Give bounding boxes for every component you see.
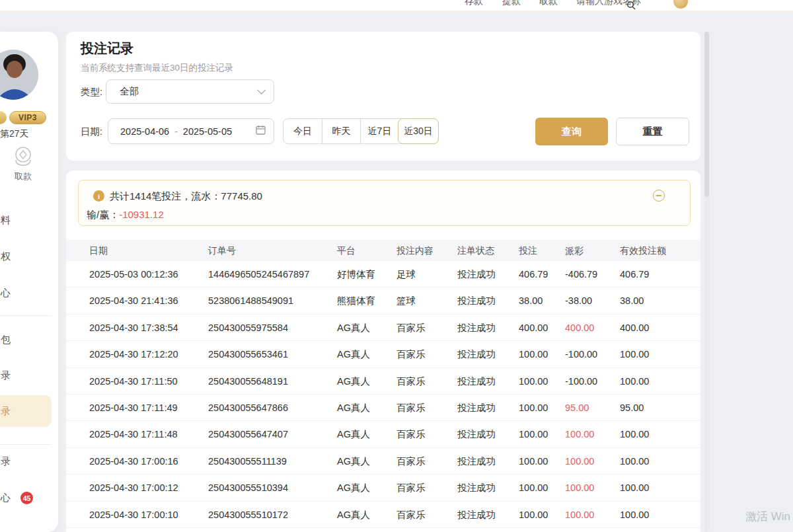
header-date: 日期 [89,240,108,261]
quick-filter-7days[interactable]: 近7日 [360,119,398,143]
top-navigation-bar: 存款 提款 取款 请输入游戏名称 [0,0,793,12]
filter-panel: 投注记录 当前系统支持查询最近30日的投注记录 类型: 全部 日期: 2025-… [66,32,700,161]
collapse-icon[interactable] [653,190,665,202]
cell-valid: 100.00 [620,448,649,475]
header-bet: 投注 [519,240,537,261]
cell-content: 百家乐 [397,315,426,341]
sidebar-item-bet-record-active[interactable]: 录 [0,404,11,418]
quick-filter-today[interactable]: 今日 [283,119,322,143]
scrollbar-track[interactable] [704,32,709,532]
cell-bet: 100.00 [519,421,548,447]
header-valid: 有效投注额 [620,240,666,261]
cell-payout: -38.00 [565,287,592,314]
nav-item-withdraw[interactable]: 提款 [502,0,521,7]
cell-payout: -406.79 [565,261,597,287]
cell-order: 1446496505245467897 [208,261,309,287]
cell-date: 2025-04-30 17:11:50 [89,368,178,395]
scrollbar-thumb[interactable] [704,32,709,197]
cell-status: 投注成功 [457,368,496,395]
cell-date: 2025-04-30 17:38:54 [89,315,178,341]
user-avatar-small[interactable] [673,0,688,9]
date-separator: - [174,126,178,137]
cell-bet: 100.00 [519,475,548,501]
bet-records-panel: i 共计1414笔投注，流水：77745.80 输/赢：-10931.12 日期… [66,171,700,532]
date-range-input[interactable]: 2025-04-06 - 2025-05-05 [108,118,274,144]
withdraw-label[interactable]: 取款 [0,171,46,182]
summary-totals: 共计1414笔投注，流水：77745.80 [110,190,262,203]
header-platform: 平台 [337,240,356,261]
cell-platform: AG真人 [337,475,370,501]
cell-platform: AG真人 [337,395,370,421]
cell-content: 百家乐 [397,502,426,528]
cell-valid: 38.00 [620,287,644,314]
type-select[interactable]: 全部 [106,79,274,104]
header-order: 订单号 [208,240,236,261]
cell-platform: AG真人 [337,368,370,395]
cell-date: 2025-04-30 17:00:16 [89,448,178,475]
quick-filter-yesterday[interactable]: 昨天 [322,119,360,143]
cell-payout: -100.00 [565,341,597,367]
cell-order: 250430055510172 [208,502,288,528]
date-label: 日期: [81,126,102,138]
table-row: 2025-04-30 17:12:20250430055653461AG真人百家… [66,341,700,367]
table-row: 2025-04-30 17:11:48250430055647407AG真人百家… [66,421,700,447]
header-content: 投注内容 [397,240,434,261]
sidebar-item-transaction-record[interactable]: 录 [0,455,11,468]
user-avatar[interactable] [0,50,38,100]
cell-date: 2025-04-30 17:11:49 [89,395,178,421]
cell-payout: 400.00 [565,315,594,341]
cell-bet: 38.00 [519,287,543,314]
cell-bet: 406.79 [519,261,548,287]
chevron-down-icon [257,86,266,95]
cell-date: 2025-05-03 00:12:36 [89,261,178,287]
cell-status: 投注成功 [457,421,496,447]
table-body: 2025-05-03 00:12:361446496505245467897好博… [66,261,700,528]
cell-bet: 100.00 [519,395,548,421]
sidebar-item-message-center[interactable]: 心 [0,491,11,504]
calendar-icon [256,125,266,137]
cell-content: 百家乐 [397,448,426,475]
date-quick-filters: 今日 昨天 近7日 近30日 [283,118,439,144]
reset-button[interactable]: 重置 [616,118,689,145]
cell-platform: AG真人 [337,315,370,341]
cell-content: 百家乐 [397,421,426,447]
nav-item-cashout[interactable]: 取款 [539,0,558,7]
cell-valid: 406.79 [620,261,649,287]
table-row: 2025-04-30 21:41:365238061488549091熊猫体育篮… [66,287,700,314]
cell-order: 250430055511139 [208,448,287,475]
cell-order: 250430055648191 [208,368,288,395]
cell-order: 250430055653461 [208,341,288,367]
cell-payout: 100.00 [565,502,594,528]
cell-payout: 100.00 [565,448,594,475]
cell-date: 2025-04-30 17:00:10 [89,502,178,528]
cell-valid: 95.00 [620,395,644,421]
cell-platform: 熊猫体育 [337,287,375,314]
table-row: 2025-04-30 17:11:50250430055648191AG真人百家… [66,368,700,395]
withdraw-icon[interactable] [11,145,36,171]
cell-bet: 100.00 [519,368,548,395]
cell-order: 250430055510394 [208,475,288,501]
cell-date: 2025-04-30 17:00:12 [89,475,178,501]
date-start: 2025-04-06 [120,126,169,137]
query-button[interactable]: 查询 [535,118,608,145]
cell-payout: 95.00 [565,395,589,421]
summary-banner: i 共计1414笔投注，流水：77745.80 输/赢：-10931.12 [78,180,691,226]
sidebar-item-security[interactable]: 心 [0,286,11,299]
header-payout: 派彩 [565,240,584,261]
sidebar-item-privilege[interactable]: 权 [0,250,11,263]
sidebar-item-deposit-record[interactable]: 录 [0,369,11,382]
cell-status: 投注成功 [457,287,496,314]
table-row: 2025-05-03 00:12:361446496505245467897好博… [66,261,700,287]
header-status: 注单状态 [457,240,494,261]
quick-filter-30days[interactable]: 近30日 [398,118,439,144]
search-icon[interactable] [626,1,636,12]
sidebar-item-profile[interactable]: 料 [0,213,11,227]
page-subtitle: 当前系统支持查询最近30日的投注记录 [81,62,233,74]
cell-platform: AG真人 [337,341,370,367]
table-header: 日期 订单号 平台 投注内容 注单状态 投注 派彩 有效投注额 [66,240,700,261]
cell-bet: 100.00 [519,502,548,528]
cell-status: 投注成功 [457,502,496,528]
sidebar-divider [0,315,52,316]
nav-item-deposit[interactable]: 存款 [465,0,483,7]
sidebar-item-wallet[interactable]: 包 [0,333,11,346]
